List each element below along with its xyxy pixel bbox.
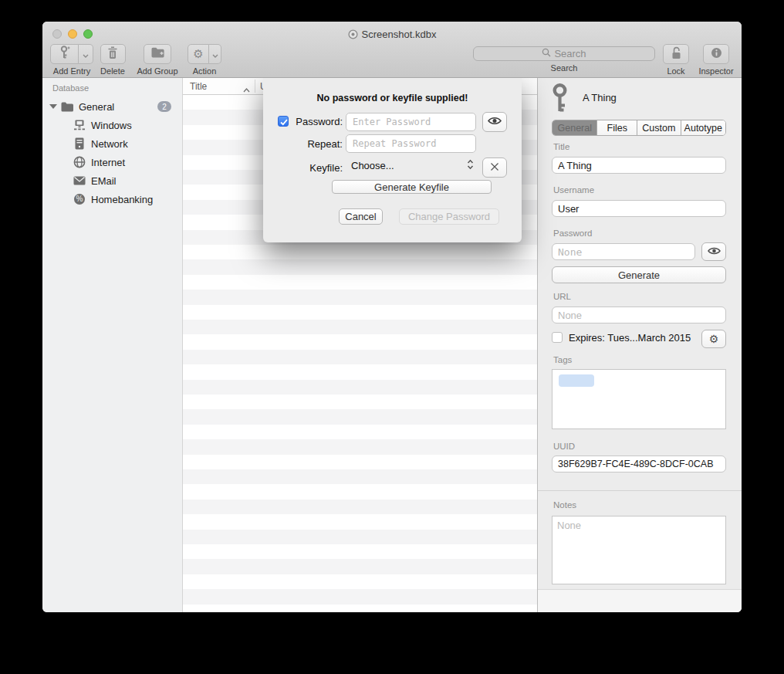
toolbar-group-inspector: Inspector — [694, 44, 738, 76]
uuid-field-label: UUID — [553, 442, 575, 451]
folder-icon — [61, 102, 73, 112]
sheet-password-label: Password: — [286, 116, 343, 127]
cancel-button[interactable]: Cancel — [339, 208, 383, 225]
username-field-label: Username — [553, 185, 594, 195]
entry-title-heading: A Thing — [583, 92, 617, 103]
delete-label: Delete — [95, 66, 130, 76]
lock-button[interactable] — [663, 44, 689, 64]
reveal-password-button[interactable] — [701, 242, 726, 261]
expires-checkbox[interactable] — [552, 332, 563, 343]
titlebar-toolbar: Screenshot.kdbx Add Entry — [42, 22, 742, 78]
username-field[interactable] — [552, 200, 726, 217]
column-header-title[interactable]: Title — [190, 81, 207, 92]
tab-files[interactable]: Files — [596, 120, 637, 135]
inspector-button[interactable] — [703, 44, 729, 64]
expires-settings-button[interactable]: ⚙ — [701, 330, 726, 348]
sheet-repeat-input[interactable] — [346, 134, 476, 153]
sidebar-section-header: Database — [52, 83, 89, 93]
tab-autotype[interactable]: Autotype — [681, 120, 725, 135]
sheet-password-input[interactable] — [346, 113, 476, 131]
sheet-repeat-label: Repeat: — [286, 138, 343, 150]
gear-icon: ⚙ — [709, 334, 719, 344]
sidebar-item-general[interactable]: General 2 — [42, 97, 182, 116]
sidebar-item-label: EMail — [91, 175, 117, 187]
tags-box[interactable] — [552, 369, 726, 429]
url-field[interactable] — [552, 307, 726, 323]
sort-ascending-icon — [243, 84, 250, 95]
group-sidebar: Database General 2 Windows Network — [42, 78, 183, 612]
action-label: Action — [184, 66, 225, 76]
action-button[interactable]: ⚙ — [188, 44, 209, 64]
add-group-button[interactable] — [144, 44, 171, 64]
toolbar-group-delete: Delete — [95, 44, 130, 76]
search-input[interactable]: Search — [473, 46, 655, 61]
inspector-tab-bar: General Files Custom Autotype — [552, 120, 726, 136]
generate-password-button[interactable]: Generate — [552, 266, 726, 283]
search-label: Search — [473, 63, 655, 73]
add-group-label: Add Group — [132, 66, 183, 76]
envelope-icon — [73, 176, 86, 185]
add-entry-button[interactable] — [50, 44, 79, 64]
eye-icon — [488, 116, 502, 128]
password-field[interactable] — [552, 243, 695, 260]
column-divider[interactable] — [255, 80, 255, 93]
sheet-reveal-password-button[interactable] — [482, 112, 507, 132]
entry-count-badge: 2 — [157, 101, 171, 112]
server-icon — [73, 137, 86, 150]
window-title: Screenshot.kdbx — [42, 29, 742, 42]
folder-plus-icon — [151, 47, 164, 61]
notes-field-label: Notes — [553, 500, 576, 510]
sidebar-item-label: Windows — [91, 120, 132, 131]
window-title-text: Screenshot.kdbx — [362, 29, 437, 40]
open-padlock-icon — [671, 46, 682, 63]
toolbar-group-action: ⚙ Action — [184, 44, 225, 76]
toolbar-group-search: Search Search — [473, 44, 655, 73]
sidebar-item-homebanking[interactable]: % Homebanking — [42, 190, 182, 208]
inspector-label: Inspector — [694, 66, 738, 76]
title-field[interactable] — [552, 157, 726, 174]
inspector-divider — [538, 490, 742, 491]
key-icon — [550, 83, 569, 116]
expires-label: Expires: Tues...March 2015 — [569, 332, 691, 344]
globe-icon — [73, 156, 86, 168]
search-placeholder: Search — [554, 48, 586, 59]
action-chevron-button[interactable] — [209, 44, 221, 64]
sidebar-item-internet[interactable]: Internet — [42, 153, 182, 171]
stepper-icon[interactable] — [467, 159, 474, 173]
add-entry-dropdown-button[interactable] — [79, 44, 93, 64]
change-password-button[interactable]: Change Password — [399, 208, 499, 225]
add-entry-label: Add Entry — [48, 66, 96, 76]
sidebar-item-label: General — [79, 101, 114, 113]
document-icon — [348, 29, 358, 42]
tab-custom[interactable]: Custom — [637, 120, 681, 135]
generate-keyfile-button[interactable]: Generate Keyfile — [332, 180, 492, 194]
tags-field-label: Tags — [553, 355, 572, 364]
toolbar-group-add-entry: Add Entry — [48, 44, 96, 76]
lock-label: Lock — [661, 66, 691, 76]
percent-icon: % — [73, 193, 86, 205]
sidebar-item-network[interactable]: Network — [42, 134, 182, 153]
sidebar-item-windows[interactable]: Windows — [42, 116, 182, 134]
keyfile-popup[interactable]: Choose... — [351, 160, 394, 171]
tab-general[interactable]: General — [553, 120, 596, 135]
title-field-label: Title — [553, 142, 569, 151]
sidebar-item-email[interactable]: EMail — [42, 171, 182, 190]
notes-field[interactable] — [552, 516, 726, 584]
close-x-icon — [490, 162, 499, 174]
toolbar-group-lock: Lock — [661, 44, 691, 76]
sheet-keyfile-label: Keyfile: — [286, 162, 343, 174]
clear-keyfile-button[interactable] — [482, 157, 507, 178]
disclosure-triangle-icon[interactable] — [49, 104, 57, 109]
info-icon — [711, 47, 722, 62]
uuid-field[interactable] — [552, 456, 726, 472]
sidebar-item-label: Homebanking — [91, 194, 153, 205]
gear-icon: ⚙ — [193, 49, 203, 60]
tag-token[interactable] — [559, 374, 594, 387]
trash-icon — [107, 46, 118, 63]
chevron-down-icon — [212, 47, 218, 61]
svg-text:%: % — [76, 195, 83, 203]
chevron-down-icon — [83, 47, 89, 61]
workgroup-icon — [73, 119, 86, 131]
password-field-label: Password — [553, 229, 593, 238]
delete-button[interactable] — [100, 44, 126, 64]
